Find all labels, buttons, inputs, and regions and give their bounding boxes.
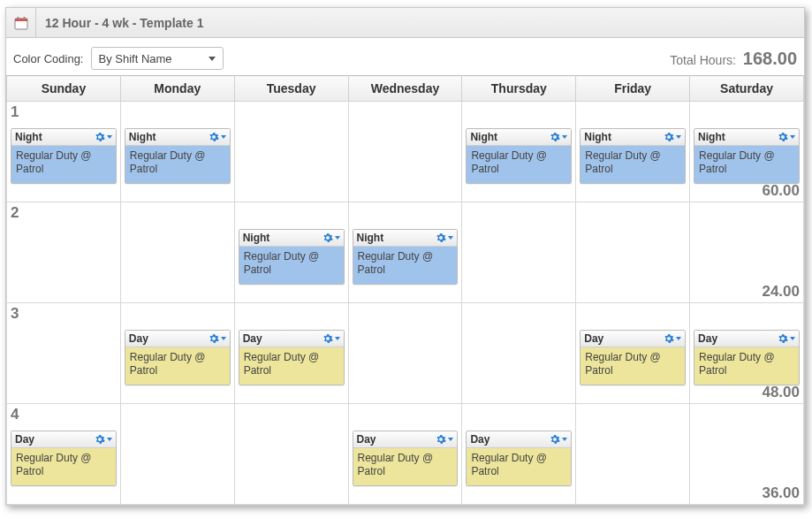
gear-icon[interactable] [209,333,226,344]
week-row: 4DayRegular Duty @ PatrolDayRegular Duty… [7,404,804,505]
shift-header: Day [11,431,116,448]
week-row: 3DayRegular Duty @ PatrolDayRegular Duty… [7,303,804,404]
week-total: 36.00 [762,484,800,502]
shift-header: Night [125,129,230,146]
day-cell[interactable]: 3 [7,303,121,404]
gear-icon[interactable] [550,132,567,142]
day-header: Wednesday [348,76,462,102]
gear-icon[interactable] [209,132,226,142]
shift-block[interactable]: DayRegular Duty @ Patrol [239,330,345,385]
gear-icon[interactable] [664,132,681,142]
shift-header: Day [467,431,571,448]
day-header: Friday [576,76,690,102]
shift-duty: Regular Duty @ Patrol [467,146,571,183]
shift-block[interactable]: DayRegular Duty @ Patrol [466,431,572,486]
shift-block[interactable]: NightRegular Duty @ Patrol [11,128,117,184]
day-cell[interactable]: 4DayRegular Duty @ Patrol [7,404,121,505]
shift-block[interactable]: DayRegular Duty @ Patrol [353,431,459,486]
shift-block[interactable]: DayRegular Duty @ Patrol [580,330,686,385]
day-cell[interactable]: NightRegular Duty @ Patrol [348,202,462,303]
total-hours-value: 168.00 [743,49,797,68]
day-header: Tuesday [234,76,348,102]
day-cell[interactable]: NightRegular Duty @ Patrol [120,102,234,202]
shift-name: Day [470,433,489,446]
shift-duty: Regular Duty @ Patrol [581,146,685,183]
day-cell[interactable]: 36.00 [690,404,804,505]
day-cell[interactable] [234,102,348,202]
shift-header: Day [581,331,685,347]
week-total: 60.00 [762,182,800,200]
day-cell[interactable] [576,404,690,505]
day-cell[interactable]: DayRegular Duty @ Patrol [462,404,576,505]
toolbar: Color Coding: By Shift Name Total Hours:… [6,38,804,75]
day-cell[interactable] [348,102,462,202]
shift-name: Night [470,131,497,143]
shift-block[interactable]: NightRegular Duty @ Patrol [694,128,800,184]
day-cell[interactable]: 24.00 [690,202,804,303]
day-cell[interactable] [576,202,690,303]
gear-icon[interactable] [436,233,453,243]
gear-icon[interactable] [778,333,795,344]
day-cell[interactable]: DayRegular Duty @ Patrol [120,303,234,404]
week-row: 1NightRegular Duty @ PatrolNightRegular … [7,102,804,202]
day-header: Saturday [690,76,804,102]
day-cell[interactable]: DayRegular Duty @ Patrol [576,303,690,404]
week-total: 24.00 [762,283,800,301]
day-header: Monday [120,76,234,102]
shift-block[interactable]: NightRegular Duty @ Patrol [580,128,686,184]
shift-header: Night [353,230,458,247]
day-cell[interactable]: NightRegular Duty @ Patrol [234,202,348,303]
shift-block[interactable]: NightRegular Duty @ Patrol [125,128,231,184]
shift-block[interactable]: NightRegular Duty @ Patrol [466,128,572,184]
shift-block[interactable]: DayRegular Duty @ Patrol [694,330,800,385]
day-cell[interactable]: 2 [7,202,121,303]
shift-duty: Regular Duty @ Patrol [694,146,799,183]
shift-block[interactable]: NightRegular Duty @ Patrol [239,229,345,285]
gear-icon[interactable] [778,132,795,142]
gear-icon[interactable] [95,434,112,445]
day-cell[interactable]: NightRegular Duty @ Patrol [462,102,576,202]
shift-duty: Regular Duty @ Patrol [125,146,230,183]
day-cell[interactable]: DayRegular Duty @ Patrol [234,303,348,404]
day-cell[interactable]: NightRegular Duty @ Patrol [576,102,690,202]
shift-header: Night [694,129,799,146]
day-header: Sunday [7,76,121,102]
week-number: 4 [11,406,19,423]
day-cell[interactable] [462,202,576,303]
gear-icon[interactable] [550,434,567,445]
shift-duty: Regular Duty @ Patrol [694,347,799,385]
week-row: 2NightRegular Duty @ PatrolNightRegular … [7,202,804,303]
shift-block[interactable]: NightRegular Duty @ Patrol [353,229,459,285]
gear-icon[interactable] [664,333,681,344]
day-cell[interactable] [462,303,576,404]
day-cell[interactable] [234,404,348,505]
color-coding-value: By Shift Name [99,52,172,65]
gear-icon[interactable] [323,333,340,344]
day-cell[interactable] [120,202,234,303]
svg-rect-1 [15,19,27,21]
gear-icon[interactable] [436,434,453,445]
shift-name: Night [698,131,725,143]
color-coding-select[interactable]: By Shift Name [91,47,224,70]
day-cell[interactable]: NightRegular Duty @ Patrol60.00 [690,102,804,202]
day-cell[interactable] [348,303,462,404]
shift-duty: Regular Duty @ Patrol [11,146,116,183]
shift-name: Night [357,232,384,244]
day-cell[interactable]: DayRegular Duty @ Patrol [348,404,462,505]
shift-duty: Regular Duty @ Patrol [467,448,571,485]
shift-block[interactable]: DayRegular Duty @ Patrol [11,431,117,486]
shift-duty: Regular Duty @ Patrol [353,448,458,485]
day-cell[interactable]: 1NightRegular Duty @ Patrol [7,102,121,202]
shift-header: Night [239,230,344,247]
shift-name: Day [584,332,603,345]
shift-duty: Regular Duty @ Patrol [353,247,458,284]
shift-name: Night [15,131,42,143]
day-cell[interactable]: DayRegular Duty @ Patrol48.00 [690,303,804,404]
shift-block[interactable]: DayRegular Duty @ Patrol [125,330,231,385]
gear-icon[interactable] [95,132,112,142]
gear-icon[interactable] [323,233,340,243]
total-hours-label: Total Hours: [670,53,736,67]
shift-header: Day [239,331,344,347]
day-cell[interactable] [120,404,234,505]
shift-header: Night [467,129,571,146]
